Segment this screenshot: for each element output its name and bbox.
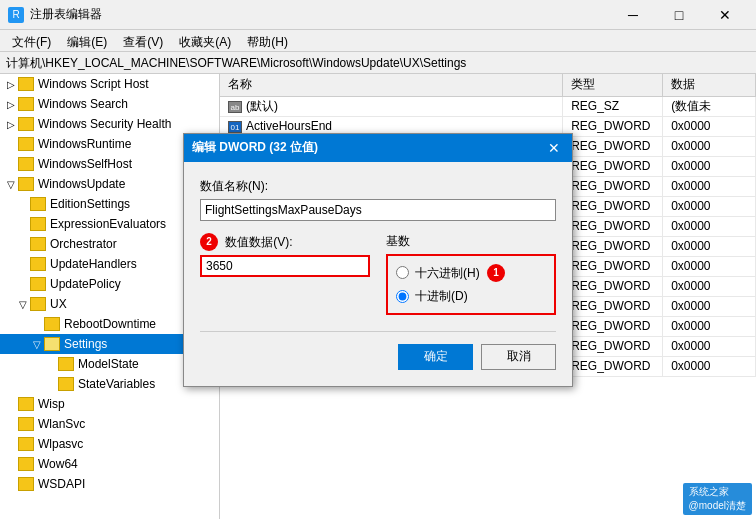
value-name-input[interactable] xyxy=(200,199,556,221)
base-radio-group: 十六进制(H) 1 十进制(D) xyxy=(386,254,556,315)
radio-dec[interactable] xyxy=(396,290,409,303)
value-data-col: 2 数值数据(V): xyxy=(200,233,370,315)
value-name-field: 数值名称(N): xyxy=(200,178,556,221)
dialog-title: 编辑 DWORD (32 位值) xyxy=(192,139,318,156)
dialog-close-button[interactable]: ✕ xyxy=(544,138,564,158)
base-label: 基数 xyxy=(386,233,556,250)
watermark: 系统之家 @model清楚 xyxy=(683,483,752,515)
radio-hex-item[interactable]: 十六进制(H) 1 xyxy=(396,264,546,282)
watermark-text: 系统之家 xyxy=(689,486,729,497)
ok-button[interactable]: 确定 xyxy=(398,344,473,370)
dialog-overlay: 编辑 DWORD (32 位值) ✕ 数值名称(N): 2 数值数据(V): xyxy=(0,0,756,519)
value-data-label: 2 数值数据(V): xyxy=(200,233,370,251)
badge1: 1 xyxy=(487,264,505,282)
radio-dec-item[interactable]: 十进制(D) xyxy=(396,288,546,305)
radio-hex[interactable] xyxy=(396,266,409,279)
badge2: 2 xyxy=(200,233,218,251)
dialog-body: 数值名称(N): 2 数值数据(V): 基数 xyxy=(184,162,572,386)
base-col: 基数 十六进制(H) 1 十进制(D) xyxy=(386,233,556,315)
value-name-label: 数值名称(N): xyxy=(200,178,556,195)
dialog-title-bar: 编辑 DWORD (32 位值) ✕ xyxy=(184,134,572,162)
dialog-buttons: 确定 取消 xyxy=(200,331,556,370)
radio-dec-label: 十进制(D) xyxy=(415,288,468,305)
dword-dialog: 编辑 DWORD (32 位值) ✕ 数值名称(N): 2 数值数据(V): xyxy=(183,133,573,387)
radio-hex-label: 十六进制(H) 1 xyxy=(415,264,509,282)
cancel-button[interactable]: 取消 xyxy=(481,344,556,370)
value-data-row: 2 数值数据(V): 基数 十六进制(H) 1 xyxy=(200,233,556,315)
watermark-sub: @model清楚 xyxy=(689,500,746,511)
value-data-input[interactable] xyxy=(200,255,370,277)
